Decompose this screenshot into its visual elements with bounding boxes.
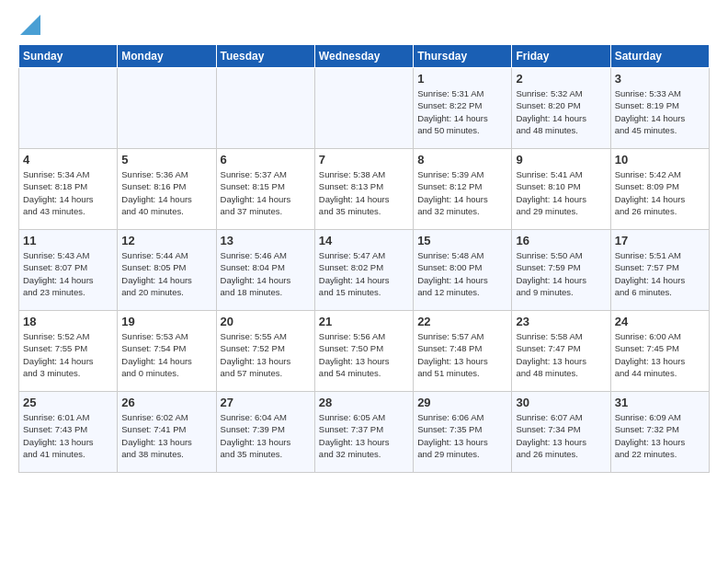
calendar-day: 5Sunrise: 5:36 AM Sunset: 8:16 PM Daylig… [118,149,216,230]
weekday-header-thursday: Thursday [414,45,512,68]
day-number: 30 [516,396,606,409]
day-info: Sunrise: 5:33 AM Sunset: 8:19 PM Dayligh… [615,87,705,136]
day-info: Sunrise: 5:38 AM Sunset: 8:13 PM Dayligh… [319,168,409,217]
calendar-header: SundayMondayTuesdayWednesdayThursdayFrid… [19,45,710,68]
svg-marker-0 [20,15,40,35]
day-number: 2 [516,72,606,86]
calendar-day: 16Sunrise: 5:50 AM Sunset: 7:59 PM Dayli… [512,230,610,311]
day-info: Sunrise: 5:37 AM Sunset: 8:15 PM Dayligh… [221,168,311,217]
logo-arrow-icon [20,15,40,35]
day-info: Sunrise: 5:48 AM Sunset: 8:00 PM Dayligh… [417,249,507,298]
weekday-header-wednesday: Wednesday [314,45,413,68]
day-number: 17 [615,234,705,247]
calendar-day: 25Sunrise: 6:01 AM Sunset: 7:43 PM Dayli… [19,392,118,473]
day-number: 29 [417,396,507,409]
calendar-day: 28Sunrise: 6:05 AM Sunset: 7:37 PM Dayli… [314,392,413,473]
weekday-header-friday: Friday [512,45,610,68]
day-number: 22 [417,315,507,328]
day-info: Sunrise: 5:34 AM Sunset: 8:18 PM Dayligh… [23,168,113,217]
calendar-day [118,68,216,149]
calendar-week-2: 4Sunrise: 5:34 AM Sunset: 8:18 PM Daylig… [19,149,710,230]
day-info: Sunrise: 5:42 AM Sunset: 8:09 PM Dayligh… [615,168,705,217]
day-info: Sunrise: 5:46 AM Sunset: 8:04 PM Dayligh… [221,249,311,298]
calendar-day: 24Sunrise: 6:00 AM Sunset: 7:45 PM Dayli… [610,311,709,392]
day-number: 5 [121,153,211,167]
day-number: 31 [615,396,705,409]
calendar-day: 2Sunrise: 5:32 AM Sunset: 8:20 PM Daylig… [512,68,610,149]
day-info: Sunrise: 5:43 AM Sunset: 8:07 PM Dayligh… [23,249,113,298]
calendar-day: 21Sunrise: 5:56 AM Sunset: 7:50 PM Dayli… [314,311,413,392]
calendar-week-3: 11Sunrise: 5:43 AM Sunset: 8:07 PM Dayli… [19,230,710,311]
day-info: Sunrise: 5:31 AM Sunset: 8:22 PM Dayligh… [417,87,507,136]
day-info: Sunrise: 6:05 AM Sunset: 7:37 PM Dayligh… [319,411,409,460]
day-info: Sunrise: 6:04 AM Sunset: 7:39 PM Dayligh… [221,411,311,460]
calendar-day: 20Sunrise: 5:55 AM Sunset: 7:52 PM Dayli… [216,311,314,392]
calendar-day: 29Sunrise: 6:06 AM Sunset: 7:35 PM Dayli… [414,392,512,473]
day-number: 15 [417,234,507,247]
day-info: Sunrise: 5:58 AM Sunset: 7:47 PM Dayligh… [516,330,606,379]
calendar-day: 12Sunrise: 5:44 AM Sunset: 8:05 PM Dayli… [118,230,216,311]
weekday-header-monday: Monday [118,45,216,68]
day-number: 3 [615,72,705,86]
day-info: Sunrise: 6:07 AM Sunset: 7:34 PM Dayligh… [516,411,606,460]
day-info: Sunrise: 6:02 AM Sunset: 7:41 PM Dayligh… [121,411,211,460]
day-info: Sunrise: 5:53 AM Sunset: 7:54 PM Dayligh… [121,330,211,379]
calendar-day: 30Sunrise: 6:07 AM Sunset: 7:34 PM Dayli… [512,392,610,473]
calendar-week-1: 1Sunrise: 5:31 AM Sunset: 8:22 PM Daylig… [19,68,710,149]
day-number: 19 [121,315,211,328]
day-number: 21 [319,315,409,328]
day-number: 11 [23,234,113,247]
calendar-day: 1Sunrise: 5:31 AM Sunset: 8:22 PM Daylig… [414,68,512,149]
day-number: 1 [417,72,507,86]
day-number: 9 [516,153,606,167]
day-info: Sunrise: 5:32 AM Sunset: 8:20 PM Dayligh… [516,87,606,136]
day-number: 7 [319,153,409,167]
day-info: Sunrise: 5:56 AM Sunset: 7:50 PM Dayligh… [319,330,409,379]
day-info: Sunrise: 6:09 AM Sunset: 7:32 PM Dayligh… [615,411,705,460]
calendar-day: 13Sunrise: 5:46 AM Sunset: 8:04 PM Dayli… [216,230,314,311]
calendar-day [216,68,314,149]
calendar-day: 10Sunrise: 5:42 AM Sunset: 8:09 PM Dayli… [610,149,709,230]
day-number: 26 [121,396,211,409]
calendar-day: 3Sunrise: 5:33 AM Sunset: 8:19 PM Daylig… [610,68,709,149]
day-number: 14 [319,234,409,247]
day-info: Sunrise: 6:00 AM Sunset: 7:45 PM Dayligh… [615,330,705,379]
day-info: Sunrise: 5:47 AM Sunset: 8:02 PM Dayligh… [319,249,409,298]
calendar-day: 23Sunrise: 5:58 AM Sunset: 7:47 PM Dayli… [512,311,610,392]
calendar-day [314,68,413,149]
day-info: Sunrise: 5:50 AM Sunset: 7:59 PM Dayligh… [516,249,606,298]
calendar-day: 26Sunrise: 6:02 AM Sunset: 7:41 PM Dayli… [118,392,216,473]
calendar-day: 18Sunrise: 5:52 AM Sunset: 7:55 PM Dayli… [19,311,118,392]
calendar-day: 6Sunrise: 5:37 AM Sunset: 8:15 PM Daylig… [216,149,314,230]
day-number: 16 [516,234,606,247]
day-info: Sunrise: 5:44 AM Sunset: 8:05 PM Dayligh… [121,249,211,298]
day-info: Sunrise: 6:06 AM Sunset: 7:35 PM Dayligh… [417,411,507,460]
day-number: 18 [23,315,113,328]
day-number: 25 [23,396,113,409]
day-number: 6 [221,153,311,167]
day-info: Sunrise: 5:41 AM Sunset: 8:10 PM Dayligh… [516,168,606,217]
calendar-day: 7Sunrise: 5:38 AM Sunset: 8:13 PM Daylig… [314,149,413,230]
day-info: Sunrise: 5:51 AM Sunset: 7:57 PM Dayligh… [615,249,705,298]
calendar-day: 17Sunrise: 5:51 AM Sunset: 7:57 PM Dayli… [610,230,709,311]
calendar-day: 9Sunrise: 5:41 AM Sunset: 8:10 PM Daylig… [512,149,610,230]
calendar-week-4: 18Sunrise: 5:52 AM Sunset: 7:55 PM Dayli… [19,311,710,392]
day-number: 8 [417,153,507,167]
day-number: 23 [516,315,606,328]
logo [18,18,40,35]
day-number: 27 [221,396,311,409]
day-number: 12 [121,234,211,247]
calendar-day: 27Sunrise: 6:04 AM Sunset: 7:39 PM Dayli… [216,392,314,473]
day-info: Sunrise: 5:39 AM Sunset: 8:12 PM Dayligh… [417,168,507,217]
calendar-day: 19Sunrise: 5:53 AM Sunset: 7:54 PM Dayli… [118,311,216,392]
calendar-day: 15Sunrise: 5:48 AM Sunset: 8:00 PM Dayli… [414,230,512,311]
calendar-day: 31Sunrise: 6:09 AM Sunset: 7:32 PM Dayli… [610,392,709,473]
calendar-day: 22Sunrise: 5:57 AM Sunset: 7:48 PM Dayli… [414,311,512,392]
calendar-day: 14Sunrise: 5:47 AM Sunset: 8:02 PM Dayli… [314,230,413,311]
page-header [18,18,710,35]
calendar-table: SundayMondayTuesdayWednesdayThursdayFrid… [18,44,710,473]
day-info: Sunrise: 5:55 AM Sunset: 7:52 PM Dayligh… [221,330,311,379]
day-number: 24 [615,315,705,328]
day-number: 28 [319,396,409,409]
day-number: 20 [221,315,311,328]
